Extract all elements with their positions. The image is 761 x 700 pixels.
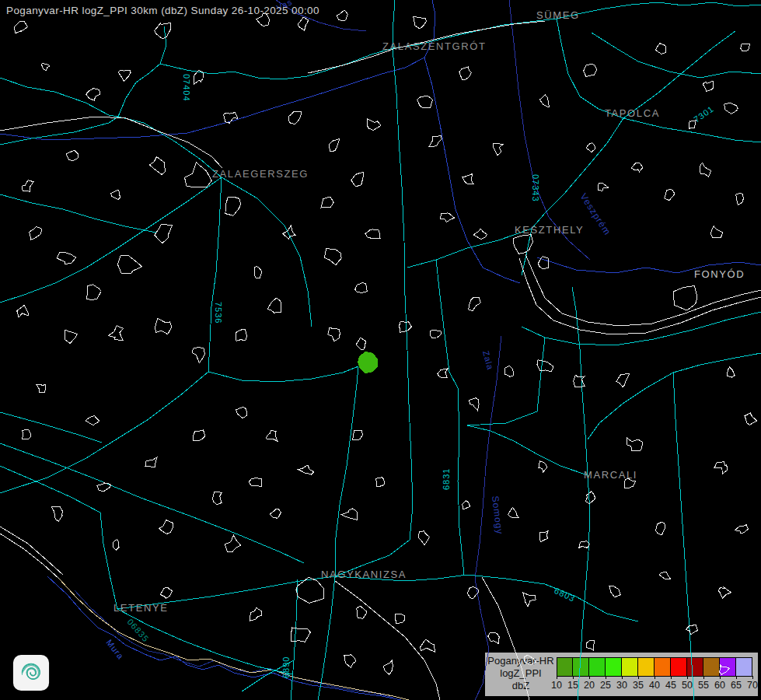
settle-line [270,509,281,519]
settle-line [421,639,435,652]
settle-line [598,183,609,191]
legend-unit: dbZ [485,680,557,692]
road-line [335,48,413,576]
road-line [0,177,222,303]
legend-tick-label: 35 [630,680,647,691]
settle-line [395,614,405,624]
legend-tickmark [557,676,557,679]
settle-line [291,628,311,642]
legend-tickmark [671,676,672,679]
legend-tickmark [622,676,623,679]
settle-line [718,587,731,598]
legend-tick-label: 60 [711,680,728,691]
city-labels-layer: SÜMEGZALASZENTGRÓTTAPOLCAZALAEGERSZEGKES… [113,9,745,614]
bound-line [509,0,590,260]
settle-line [538,257,549,269]
rail-line [308,21,545,73]
road-line [588,373,673,439]
legend-tick-label: 15 [564,680,581,691]
settle-line [469,297,481,310]
city-label: FONYÓD [694,268,745,280]
settle-line [298,17,308,30]
radar-display: Poganyvar-HR logZ_PPI dbZ 10152025303540… [0,0,761,700]
settlement-outlines-layer [14,10,756,674]
settle-line [236,329,247,341]
settle-line [418,531,429,545]
city-label: KESZTHELY [515,224,584,236]
settle-line [431,331,442,338]
settle-line [656,522,665,535]
road-line [0,78,118,117]
settle-line [149,157,165,175]
city-label: LETENYE [113,602,168,614]
settle-line [710,226,723,238]
settle-line [473,229,487,239]
legend-tickmark [589,676,590,679]
settle-line [352,430,362,440]
met-spiral-logo-icon [12,654,50,691]
settle-line [539,461,546,473]
road-line [0,412,102,443]
road-number-label: 07343 [531,174,540,202]
bound-line [475,336,501,700]
settle-line [213,492,222,505]
legend-tick-label: 25 [597,680,614,691]
settle-line [337,10,347,20]
settle-line [368,119,381,130]
legend-tick-label: 10 [548,680,565,691]
road-number-label: 6831 [442,468,451,490]
shore-line [525,254,761,326]
radar-title: Poganyvar-HR logZ_PPI 30km (dbZ) Sunday … [6,5,319,16]
road-line [393,0,395,48]
region-label: Mura [104,638,125,661]
road-number-label: 7536 [214,302,223,324]
road-line [0,194,156,233]
city-label: SÜMEG [536,9,580,21]
settle-line [467,587,479,599]
settle-line [627,438,643,451]
settle-line [236,408,247,418]
settle-line [110,190,120,200]
settle-line [376,478,385,487]
legend-tickmark [752,676,753,679]
settle-line [86,285,101,300]
settle-line [655,44,665,54]
settle-line [185,163,212,187]
settle-line [329,139,340,152]
road-labels-layer: 07404753607343730168316803068356890 [126,74,716,678]
settle-line [585,492,595,504]
settle-line [117,255,141,274]
settle-line [724,103,738,114]
radar-map: VeszprémSomogyZalaVasMura074047536073437… [0,0,761,700]
settle-line [459,67,471,80]
settle-line [155,224,173,243]
settle-line [159,520,173,534]
settle-line [400,321,412,332]
roads-layer [0,0,761,700]
road-line [160,48,393,79]
settle-line [267,431,278,442]
radar-echo [358,352,378,373]
road-line [242,660,294,691]
settle-line [438,369,449,378]
road-line [0,117,222,177]
road-line [208,177,222,372]
road-number-label: 06835 [126,617,152,643]
region-label: Veszprém [578,191,613,237]
road-line [467,411,537,425]
river-line [537,257,761,273]
legend-tickmark [573,676,574,679]
legend-tickmark [703,676,704,679]
settle-line [22,429,30,439]
settle-line [514,235,533,254]
settle-line [463,501,470,509]
road-line [100,513,117,609]
settle-line [341,509,357,520]
settle-line [267,298,281,313]
rail-line [0,117,222,168]
settle-line [113,540,119,551]
legend-swatch-25 [606,657,622,677]
railways-layer [0,21,545,700]
settle-line [160,587,172,598]
road-line [0,443,304,563]
